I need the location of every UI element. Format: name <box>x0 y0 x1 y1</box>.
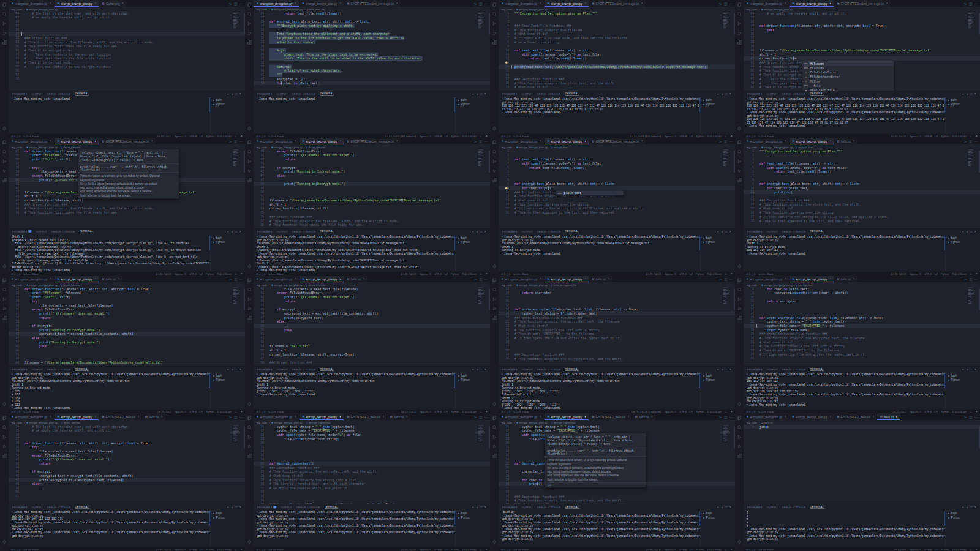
extensions-icon[interactable] <box>737 454 742 459</box>
terminal-scrollbar[interactable] <box>209 236 210 250</box>
autocomplete-item[interactable]: abcfilename <box>802 66 894 70</box>
extensions-icon[interactable] <box>247 316 252 321</box>
editor-tab[interactable]: ❖encryption_decryption.py× <box>254 138 300 144</box>
panel-tab-terminal[interactable]: TERMINAL <box>810 92 824 96</box>
panel-tab-output[interactable]: OUTPUT <box>32 92 43 96</box>
minimap[interactable] <box>723 12 733 29</box>
panel-tab-terminal[interactable]: TERMINAL <box>565 92 579 96</box>
live-share-button[interactable]: ⇋ Live Share <box>513 410 529 413</box>
problems-status[interactable]: ⊘ 0 △ 0 <box>746 547 755 550</box>
extensions-icon[interactable] <box>247 454 252 459</box>
split-editor-button[interactable]: ◫ <box>969 415 972 419</box>
editor-tab[interactable]: ❖encrypt_decrypt_plan.py● <box>545 413 590 420</box>
run-python-file-button[interactable]: ▷ <box>474 2 477 6</box>
problems-status[interactable]: ⊘ 1 △ 0 <box>11 272 20 275</box>
close-tab-icon[interactable]: × <box>873 415 875 418</box>
panel-tab-debug-console[interactable]: DEBUG CONSOLE <box>296 506 320 509</box>
editor[interactable]: 1"""Encryption and Decryption program Pl… <box>499 12 735 91</box>
editor[interactable]: 1james <box>744 425 980 504</box>
close-tab-icon[interactable]: × <box>406 415 408 418</box>
files-icon[interactable] <box>2 140 7 145</box>
indentation-setting[interactable]: Spaces: 4 <box>910 272 921 275</box>
source-control-icon[interactable] <box>737 435 742 440</box>
eol-setting[interactable]: LF <box>445 410 448 413</box>
panel-tab-debug-console[interactable]: DEBUG CONSOLE <box>537 506 561 509</box>
feedback-icon[interactable]: ☺ <box>725 272 727 275</box>
terminal-dropdown-button[interactable]: ∨ <box>721 230 723 233</box>
problems-status[interactable]: ⊘ 0 △ 0 <box>746 410 755 413</box>
encoding-setting[interactable]: UTF-8 <box>679 272 687 275</box>
source-control-icon[interactable] <box>247 435 252 440</box>
terminal-dropdown-button[interactable]: ∨ <box>476 368 478 371</box>
breadcrumb-item[interactable]: my_code <box>747 145 757 148</box>
terminal-scrollbar[interactable] <box>454 98 455 113</box>
live-share-button[interactable]: ⇋ Live Share <box>513 134 529 137</box>
more-actions-button[interactable]: ⋯ <box>974 2 978 6</box>
close-tab-icon[interactable]: × <box>540 2 541 5</box>
terminal-output[interactable]: James-Mac-mini:my_code jamesclare$ /usr/… <box>744 234 946 272</box>
source-control-icon[interactable] <box>492 159 497 164</box>
minimap[interactable] <box>723 288 733 304</box>
cursor-position[interactable]: Ln 25, Col 25 <box>401 547 417 550</box>
search-icon[interactable] <box>2 12 7 17</box>
extensions-icon[interactable] <box>492 40 497 45</box>
extensions-icon[interactable] <box>737 40 742 45</box>
live-share-button[interactable]: ⇋ Live Share <box>268 410 284 413</box>
new-terminal-button[interactable]: + <box>227 92 229 96</box>
autocomplete-item[interactable]: abcplain_text <box>556 191 624 195</box>
terminal-instance-bash[interactable]: ▸bash <box>948 511 978 515</box>
breadcrumb-item[interactable]: ❖ encrypt_decrypt_plan.py <box>26 283 58 286</box>
editor-tab[interactable]: ❖encryption_decryption.py× <box>254 413 300 420</box>
search-icon[interactable] <box>492 425 497 430</box>
bell-icon[interactable]: ⚑ <box>975 134 978 137</box>
editor-tab[interactable]: ▤ENCRYPTED_hello.txt× <box>344 413 387 420</box>
files-icon[interactable] <box>2 2 7 7</box>
files-icon[interactable] <box>2 278 7 283</box>
editor-tab[interactable]: ❖encryption_decryption.py× <box>499 138 545 144</box>
python-version[interactable]: 3.10.0 64-bit <box>217 547 232 550</box>
new-terminal-button[interactable]: + <box>227 506 229 509</box>
feedback-icon[interactable]: ☺ <box>235 134 237 137</box>
new-terminal-button[interactable]: + <box>962 230 964 233</box>
panel-tab-terminal[interactable]: TERMINAL <box>80 230 94 233</box>
run-python-file-button[interactable]: ▷ <box>229 415 232 419</box>
bell-icon[interactable]: ⚑ <box>730 410 733 413</box>
breadcrumb-item[interactable]: my_code <box>12 283 22 286</box>
run-debug-icon[interactable] <box>247 31 252 36</box>
close-panel-button[interactable]: × <box>974 230 976 233</box>
encoding-setting[interactable]: UTF-8 <box>434 272 442 275</box>
source-control-icon[interactable] <box>247 159 252 164</box>
editor-tab[interactable]: ❖encryption_decryption.py× <box>254 276 300 282</box>
run-python-file-button[interactable]: ▷ <box>719 140 722 143</box>
terminal-instance-python[interactable]: ▸Python <box>213 378 243 383</box>
files-icon[interactable] <box>492 416 497 421</box>
close-tab-icon[interactable]: × <box>295 2 296 5</box>
close-tab-icon[interactable]: × <box>94 277 96 280</box>
terminal-instance-python[interactable]: ▸Python <box>703 515 733 520</box>
run-debug-icon[interactable] <box>247 307 252 312</box>
more-actions-button[interactable]: ⋯ <box>729 277 733 281</box>
quick-fix-lightbulb-icon[interactable] <box>505 187 508 189</box>
terminal-dropdown-button[interactable]: ∨ <box>721 368 723 371</box>
editor-tab[interactable]: ▤hello.txt● <box>877 413 900 420</box>
feedback-icon[interactable]: ☺ <box>970 134 972 137</box>
close-tab-icon[interactable]: × <box>94 415 96 418</box>
autocomplete-item[interactable]: abc__file__ <box>802 83 894 88</box>
panel-tab-debug-console[interactable]: DEBUG CONSOLE <box>782 368 806 371</box>
panel-tab-problems[interactable]: PROBLEMS <box>747 230 763 233</box>
python-version[interactable]: 3.10.0 64-bit <box>707 272 722 275</box>
editor-tab[interactable]: ▤hello.txt× <box>589 276 612 282</box>
settings-gear-icon[interactable] <box>492 127 497 132</box>
panel-tab-problems[interactable]: PROBLEMS <box>502 92 518 96</box>
indentation-setting[interactable]: Spaces: 4 <box>175 547 186 550</box>
encoding-setting[interactable]: UTF-8 <box>924 134 932 137</box>
run-python-file-button[interactable]: ▷ <box>474 415 477 419</box>
encoding-setting[interactable]: UTF-8 <box>434 134 442 137</box>
source-control-icon[interactable] <box>492 435 497 440</box>
minimap[interactable] <box>723 425 733 442</box>
split-editor-button[interactable]: ◫ <box>969 140 972 143</box>
breadcrumb-item[interactable]: my_code <box>12 421 22 424</box>
breadcrumb-item[interactable]: ƒ driver_function <box>61 421 80 424</box>
language-mode[interactable]: Python <box>451 272 459 275</box>
eol-setting[interactable]: LF <box>445 547 448 550</box>
